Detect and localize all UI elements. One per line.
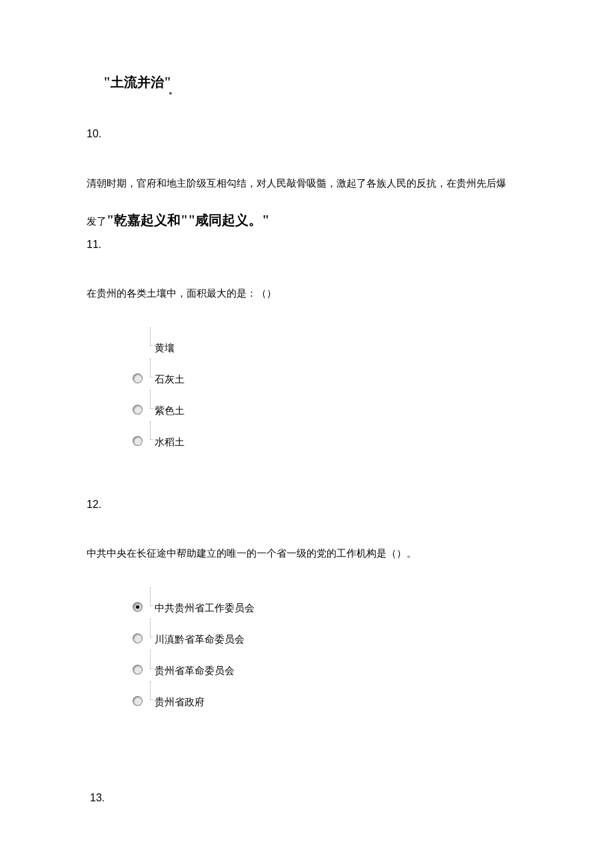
- option-row[interactable]: 川滇黔省革命委员会: [133, 623, 573, 646]
- question-12-options: 中共贵州省工作委员会 川滇黔省革命委员会 贵州省革命委员会 贵州省政府: [133, 591, 573, 709]
- question-10-number: 10.: [87, 128, 573, 140]
- question-13-number: 13.: [90, 792, 573, 804]
- question-10-text: 清朝时期，官府和地主阶级互相勾结，对人民敲骨吸髓，激起了各族人民的反抗，在贵州先…: [87, 175, 573, 231]
- option-label: 黄壤: [152, 331, 175, 355]
- option-row[interactable]: 中共贵州省工作委员会: [133, 591, 573, 615]
- option-row[interactable]: 黄壤: [133, 331, 573, 355]
- option-label: 紫色土: [152, 394, 185, 417]
- option-row[interactable]: 水稻土: [133, 425, 573, 449]
- question-12-number: 12.: [87, 499, 573, 511]
- radio-icon[interactable]: [133, 697, 142, 705]
- option-row[interactable]: 贵州省革命委员会: [133, 654, 573, 677]
- answer-9-text: "土流并治"。: [103, 73, 573, 91]
- option-label: 中共贵州省工作委员会: [152, 591, 255, 615]
- radio-icon[interactable]: [133, 634, 142, 643]
- question-12-text: 中共中央在长征途中帮助建立的唯一的一个省一级的党的工作机构是（）。: [87, 545, 573, 561]
- option-label: 贵州省政府: [152, 685, 205, 709]
- radio-icon[interactable]: [133, 665, 142, 674]
- option-row[interactable]: 紫色土: [133, 394, 573, 417]
- option-label: 石灰土: [152, 363, 185, 386]
- radio-icon[interactable]: [133, 437, 142, 445]
- radio-icon[interactable]: [133, 405, 142, 414]
- option-row[interactable]: 石灰土: [133, 363, 573, 386]
- option-label: 川滇黔省革命委员会: [152, 623, 245, 646]
- option-label: 水稻土: [152, 425, 185, 449]
- question-11-number: 11.: [87, 239, 573, 251]
- radio-icon[interactable]: [133, 603, 142, 611]
- option-label: 贵州省革命委员会: [152, 654, 235, 677]
- question-11-options: 黄壤 石灰土 紫色土 水稻土: [133, 331, 573, 449]
- question-11-text: 在贵州的各类土壤中，面积最大的是：（）: [87, 285, 573, 301]
- radio-icon[interactable]: [133, 374, 142, 383]
- option-row[interactable]: 贵州省政府: [133, 685, 573, 709]
